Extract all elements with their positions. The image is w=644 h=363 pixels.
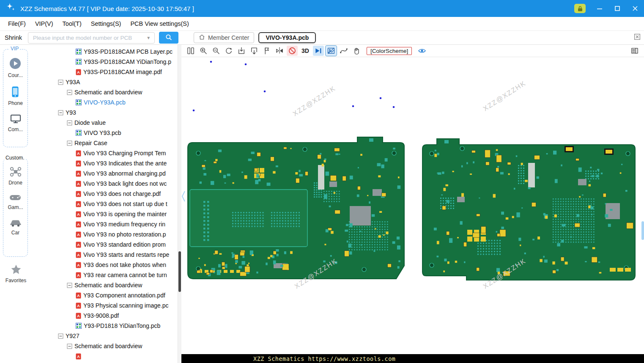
tree-item[interactable]: Schematic and boardview	[32, 87, 178, 97]
pdf-file-icon: A	[76, 231, 81, 238]
tree-item[interactable]: AVivo Y93 Charging Prompt Tem	[32, 148, 178, 158]
search-icon	[165, 33, 173, 42]
menu-item-file[interactable]: File(F)	[3, 20, 30, 27]
board-bottom-icon[interactable]	[249, 46, 260, 56]
tree-item[interactable]: AVivo Y93 does not start up due t	[32, 199, 178, 209]
close-document-icon[interactable]	[633, 33, 641, 42]
pdf-file-icon: A	[76, 262, 81, 268]
tree-item[interactable]: Y93	[32, 107, 178, 118]
tree-item[interactable]: VIVO-Y93A.pcb	[32, 97, 178, 107]
pcb-canvas[interactable]: XZZ@XZZHKXZZ@XZZHKXZZ@XZZHKXZZ@XZZHK	[181, 57, 644, 354]
collapse-icon[interactable]	[67, 140, 72, 146]
tree-scrollbar[interactable]	[178, 45, 181, 363]
tree-item[interactable]: Y93-PD1818 YiDianTong.pcb	[32, 321, 178, 331]
tree-item[interactable]: AY93 Physical scanning image.pc	[32, 300, 178, 311]
main-panel: 3D[ColorScheme] XZZ@XZZHKXZZ@XZZHKXZZ@XZ…	[181, 45, 644, 363]
tree-item[interactable]: Schematic and boardview	[32, 280, 178, 290]
search-button[interactable]	[159, 32, 178, 44]
sidebar-item-drone[interactable]: Drone	[8, 166, 22, 186]
tree-item[interactable]: Schematic and boardview	[32, 341, 178, 351]
pan-hand-icon[interactable]	[351, 46, 362, 56]
sidebar-item-games[interactable]: Gam...	[8, 193, 23, 210]
search-input[interactable]	[32, 34, 144, 41]
sidebar-item-courses[interactable]: Cour...	[8, 57, 23, 78]
board-top-icon[interactable]	[236, 46, 247, 56]
tree-item[interactable]: Repair Case	[32, 138, 178, 148]
collapse-icon[interactable]	[58, 333, 63, 339]
tree-item[interactable]: AVivo Y93 does not charge.pdf	[32, 189, 178, 199]
prohibit-icon[interactable]	[287, 46, 298, 56]
collapse-icon[interactable]	[58, 80, 63, 85]
collapse-icon[interactable]	[58, 110, 63, 116]
document-tab[interactable]: VIVO-Y93A.pcb	[258, 32, 316, 43]
tree-item-label: Y93S-PD1818CAM PCB Layer.pc	[84, 48, 173, 55]
tree-scrollbar-thumb[interactable]	[178, 251, 181, 292]
tree-item[interactable]: AVivo Y93 starts and restarts repe	[32, 250, 178, 260]
tree-item[interactable]: Y93A	[32, 77, 178, 87]
tree-item[interactable]: AY93 rear camera cannot be turn	[32, 270, 178, 280]
tree-item[interactable]: Y93S-PD1818CAM YiDianTong.p	[32, 57, 178, 67]
canvas-right-scrollbar[interactable]	[641, 221, 644, 240]
pdf-file-icon: A	[76, 313, 81, 319]
tree-item[interactable]: AVivo Y93 no photo restoration.p	[32, 229, 178, 239]
menu-item-pcb-view-settings[interactable]: PCB View settings(S)	[126, 20, 193, 27]
sidebar-item-favorites[interactable]: Favorites	[0, 264, 32, 283]
tree-item[interactable]: AVivo Y93 standard edition prom	[32, 239, 178, 250]
tree-item[interactable]: AY93 Component annotation.pdf	[32, 290, 178, 300]
collapse-icon[interactable]	[67, 90, 72, 95]
zoom-in-icon[interactable]	[198, 46, 209, 56]
image-mode-icon[interactable]	[326, 46, 337, 56]
menu-item-tool[interactable]: Tool(T)	[58, 20, 86, 27]
jump-arrow-icon[interactable]	[313, 46, 324, 56]
collapse-icon[interactable]	[67, 120, 72, 126]
pdf-file-icon: A	[76, 302, 81, 309]
sidebar-item-car[interactable]: Car	[9, 218, 22, 236]
play-icon	[9, 57, 22, 71]
member-center-button[interactable]: Member Center	[194, 32, 254, 43]
threed-label[interactable]: 3D	[299, 47, 311, 54]
pdf-file-icon: A	[76, 191, 81, 197]
tree-item[interactable]: AVivo Y93 abnormal charging.pd	[32, 168, 178, 179]
tree-item[interactable]: AVivo Y93 back light does not wc	[32, 179, 178, 189]
search-combobox[interactable]: ▼	[28, 32, 155, 44]
tree-item[interactable]: AVivo Y93 medium frequency rin	[32, 219, 178, 229]
collapse-icon[interactable]	[67, 283, 72, 288]
pcb-board-view[interactable]: XZZ@XZZHKXZZ@XZZHKXZZ@XZZHKXZZ@XZZHK	[181, 57, 644, 354]
colorscheme-button[interactable]: [ColorScheme]	[367, 47, 412, 55]
sidebar-item-phone[interactable]: Phone	[8, 86, 23, 106]
maximize-button[interactable]	[614, 5, 621, 12]
sidebar-item-computer[interactable]: Com...	[8, 114, 23, 132]
tree-item[interactable]: AVivo Y93 Indicates that the ante	[32, 158, 178, 168]
panel-layout-icon[interactable]	[629, 46, 640, 56]
shrink-button[interactable]: Shrink	[3, 33, 24, 42]
tree-item[interactable]: AY93S-PD1818CAM image.pdf	[32, 67, 178, 77]
zoom-out-icon[interactable]	[211, 46, 222, 56]
tree-item[interactable]: A	[32, 351, 178, 361]
drone-icon	[9, 166, 22, 179]
tree-item-label: Y93-9008.pdf	[83, 312, 119, 319]
tree-item[interactable]: Diode value	[32, 118, 178, 128]
vip-group: VIP Cour... Phone Co	[3, 49, 28, 147]
tree-item[interactable]: Y93S-PD1818CAM PCB Layer.pc	[32, 47, 178, 57]
collapse-tree-handle[interactable]	[181, 190, 186, 204]
eye-icon[interactable]	[417, 46, 428, 56]
chevron-down-icon[interactable]: ▼	[146, 36, 151, 40]
curve-icon[interactable]	[338, 46, 349, 56]
tree-item[interactable]: AY93-9008.pdf	[32, 311, 178, 321]
close-button[interactable]	[631, 5, 639, 12]
tree-item[interactable]: AY93 does not take photos when	[32, 260, 178, 270]
flag-icon[interactable]	[261, 46, 272, 56]
split-view-icon[interactable]	[185, 46, 196, 56]
collapse-icon[interactable]	[67, 344, 72, 349]
minimize-button[interactable]	[596, 5, 603, 12]
tree-item[interactable]: Y927	[32, 331, 178, 341]
tree-item-label: Y93S-PD1818CAM image.pdf	[83, 69, 162, 75]
tree-item-label: VIVO-Y93A.pcb	[84, 99, 126, 106]
vip-lock-icon[interactable]	[574, 4, 586, 13]
tree-item[interactable]: AVivo Y93 is opening the mainter	[32, 209, 178, 219]
rotate-icon[interactable]	[223, 46, 234, 56]
mirror-icon[interactable]	[274, 46, 285, 56]
tree-item[interactable]: VIVO Y93.pcb	[32, 128, 178, 138]
menu-item-settings[interactable]: Settings(S)	[86, 20, 126, 27]
menu-item-vip[interactable]: VIP(V)	[30, 20, 58, 27]
